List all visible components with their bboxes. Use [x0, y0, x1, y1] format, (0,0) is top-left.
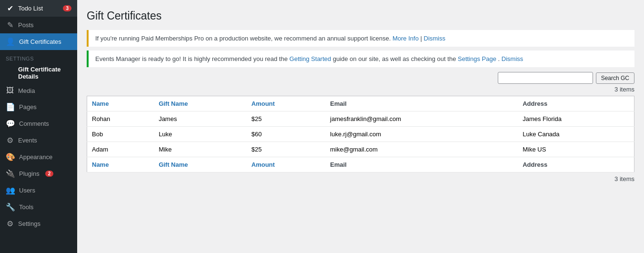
col-footer-gift-name: Gift Name — [154, 157, 247, 172]
posts-icon: ✎ — [6, 20, 14, 30]
cell-row0-col1: James — [154, 111, 247, 127]
notice-events-dismiss[interactable]: Dismiss — [502, 55, 523, 62]
tools-icon: 🔧 — [6, 202, 15, 212]
sidebar-item-label: Gift Certificates — [19, 38, 61, 45]
notice-events-text-middle: guide on our site, as well as checking o… — [333, 55, 456, 62]
col-header-name: Name — [87, 96, 154, 111]
cell-row1-col4: Luke Canada — [518, 127, 634, 142]
sidebar-item-events[interactable]: ⚙ Events — [0, 132, 77, 149]
table-header-row: Name Gift Name Amount Email Address — [87, 96, 634, 111]
cell-row0-col2: $25 — [247, 111, 325, 127]
sidebar-item-comments[interactable]: 💬 Comments — [0, 115, 77, 132]
items-count-bottom: 3 items — [87, 175, 634, 182]
search-area: Search GC — [87, 72, 634, 84]
sidebar-item-posts[interactable]: ✎ Posts — [0, 17, 77, 33]
notice-pmp-dismiss[interactable]: Dismiss — [424, 35, 446, 42]
sidebar-item-label: Todo List — [18, 5, 43, 12]
notice-events-settings-page[interactable]: Settings Page — [458, 55, 496, 62]
sidebar-section-settings: Settings — [0, 50, 77, 63]
comments-icon: 💬 — [6, 119, 15, 128]
media-icon: 🖼 — [6, 86, 14, 95]
sort-amount-bottom[interactable]: Amount — [252, 161, 275, 168]
col-header-address: Address — [518, 96, 634, 111]
sidebar-item-appearance[interactable]: 🎨 Appearance — [0, 149, 77, 165]
sidebar-item-todo-list[interactable]: ✔ Todo List 3 — [0, 0, 77, 17]
sidebar: ✔ Todo List 3 ✎ Posts 👤 Gift Certificate… — [0, 0, 77, 253]
cell-row2-col4: Mike US — [518, 142, 634, 157]
notice-pmp-more-info[interactable]: More Info — [392, 35, 419, 42]
sidebar-item-tools[interactable]: 🔧 Tools — [0, 199, 77, 215]
sidebar-item-label: Appearance — [19, 153, 52, 161]
col-header-email: Email — [325, 96, 518, 111]
appearance-icon: 🎨 — [6, 152, 15, 162]
cell-row2-col1: Mike — [154, 142, 247, 157]
pages-icon: 📄 — [6, 102, 15, 111]
sidebar-item-label: Pages — [19, 103, 37, 111]
sidebar-item-label: Plugins — [19, 170, 40, 177]
cell-row1-col0: Bob — [87, 127, 154, 142]
search-gc-button[interactable]: Search GC — [596, 72, 634, 84]
sidebar-item-label: Events — [18, 137, 37, 144]
notice-pmp-text: If you're running Paid Memberships Pro o… — [95, 35, 391, 42]
events-icon: ⚙ — [6, 136, 14, 145]
gift-certificates-table: Name Gift Name Amount Email Address Roha… — [87, 96, 634, 172]
sort-gift-name-bottom[interactable]: Gift Name — [159, 161, 188, 168]
notice-events-getting-started[interactable]: Getting Started — [290, 55, 331, 62]
table-row: BobLuke$60luke.rj@gmail.comLuke Canada — [87, 127, 634, 142]
users-icon: 👥 — [6, 186, 15, 195]
sidebar-item-plugins[interactable]: 🔌 Plugins 2 — [0, 165, 77, 182]
items-count-top: 3 items — [87, 86, 634, 93]
cell-row2-col3: mike@gmail.com — [325, 142, 518, 157]
cell-row0-col3: jamesfranklin@gmail.com — [325, 111, 518, 127]
gift-certificates-icon: 👤 — [6, 37, 15, 46]
cell-row0-col4: James Florida — [518, 111, 634, 127]
sort-name-bottom[interactable]: Name — [92, 161, 109, 168]
sidebar-item-label: Settings — [18, 220, 40, 227]
sidebar-item-settings[interactable]: ⚙ Settings — [0, 215, 77, 232]
table-row: AdamMike$25mike@gmail.comMike US — [87, 142, 634, 157]
notice-events-text-before: Events Manager is ready to go! It is hig… — [95, 55, 288, 62]
table-body: RohanJames$25jamesfranklin@gmail.comJame… — [87, 111, 634, 157]
notice-events-text-after: . — [498, 55, 500, 62]
cell-row1-col1: Luke — [154, 127, 247, 142]
cell-row2-col0: Adam — [87, 142, 154, 157]
col-footer-name: Name — [87, 157, 154, 172]
cell-row0-col0: Rohan — [87, 111, 154, 127]
search-input[interactable] — [498, 72, 593, 84]
sort-name[interactable]: Name — [92, 100, 109, 107]
todo-badge: 3 — [63, 5, 71, 11]
page-title: Gift Certificates — [87, 10, 634, 22]
sidebar-item-pages[interactable]: 📄 Pages — [0, 99, 77, 115]
main-content: Gift Certificates If you're running Paid… — [77, 0, 644, 253]
sidebar-item-users[interactable]: 👥 Users — [0, 182, 77, 199]
cell-row1-col2: $60 — [247, 127, 325, 142]
col-header-gift-name: Gift Name — [154, 96, 247, 111]
sidebar-item-label: Media — [18, 87, 35, 94]
settings-icon: ⚙ — [6, 219, 14, 228]
table-footer-row: Name Gift Name Amount Email Address — [87, 157, 634, 172]
col-footer-email: Email — [325, 157, 518, 172]
plugins-badge: 2 — [45, 171, 54, 177]
table-row: RohanJames$25jamesfranklin@gmail.comJame… — [87, 111, 634, 127]
sidebar-item-label: Tools — [19, 203, 33, 211]
col-header-amount: Amount — [247, 96, 325, 111]
sidebar-item-media[interactable]: 🖼 Media — [0, 82, 77, 99]
sidebar-item-gift-certificates[interactable]: 👤 Gift Certificates — [0, 33, 77, 50]
notice-pmp: If you're running Paid Memberships Pro o… — [87, 30, 634, 47]
cell-row1-col3: luke.rj@gmail.com — [325, 127, 518, 142]
sort-gift-name[interactable]: Gift Name — [159, 100, 188, 107]
sidebar-sub-gift-certificate-details[interactable]: Gift Certificate Details — [0, 63, 77, 82]
todo-icon: ✔ — [6, 4, 14, 13]
plugins-icon: 🔌 — [6, 169, 15, 178]
sort-amount[interactable]: Amount — [252, 100, 275, 107]
sidebar-item-label: Users — [19, 187, 35, 194]
sidebar-item-label: Posts — [18, 21, 34, 29]
col-footer-amount: Amount — [247, 157, 325, 172]
sidebar-item-label: Comments — [19, 120, 49, 127]
cell-row2-col2: $25 — [247, 142, 325, 157]
notice-events: Events Manager is ready to go! It is hig… — [87, 51, 634, 67]
col-footer-address: Address — [518, 157, 634, 172]
